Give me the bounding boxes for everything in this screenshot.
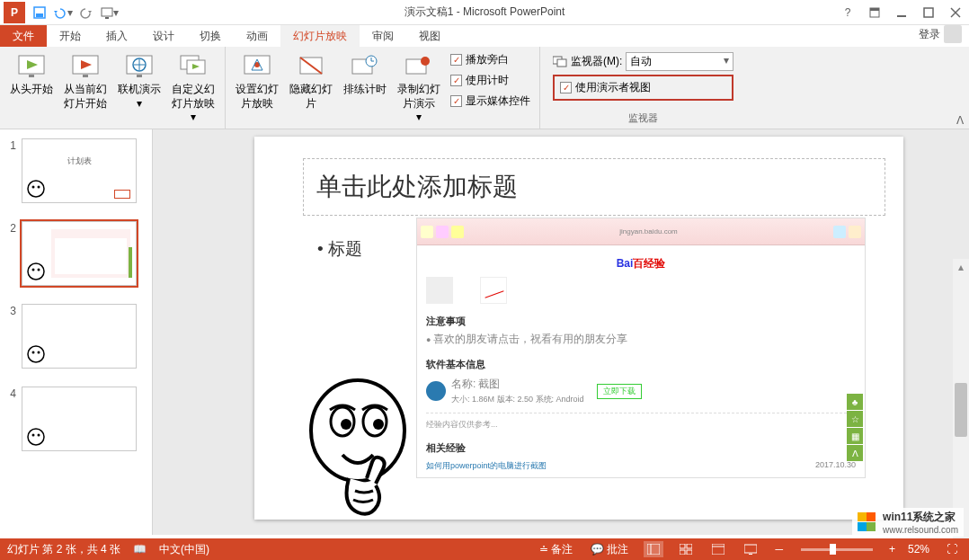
- browser-tool-icon: [833, 226, 846, 238]
- svg-rect-1: [36, 13, 43, 17]
- tab-home[interactable]: 开始: [47, 25, 93, 47]
- meme-face-icon: [26, 262, 46, 281]
- browser-tab-icon: [436, 226, 449, 238]
- browser-body: Bai百经验 注意事项 ● 喜欢的朋友请点击，祝看有用的朋友分享 软件基本信息 …: [417, 245, 865, 478]
- ribbon-options-icon[interactable]: [861, 0, 888, 25]
- zoom-slider[interactable]: [801, 548, 873, 551]
- spellcheck-icon[interactable]: 📖: [133, 543, 147, 556]
- embedded-browser-image[interactable]: jingyan.baidu.com Bai百经验 注意事项 ● 喜欢的朋友请点击…: [416, 218, 866, 478]
- slideshow-view-icon[interactable]: [741, 541, 760, 557]
- svg-point-47: [373, 419, 384, 430]
- slide-canvas[interactable]: 单击此处添加标题 标题 jingyan.baidu.com Bai百经验: [254, 137, 903, 520]
- login-label: 登录: [919, 27, 940, 42]
- comments-button[interactable]: 💬 批注: [588, 542, 631, 557]
- tab-slideshow[interactable]: 幻灯片放映: [280, 25, 360, 47]
- help-icon[interactable]: ?: [834, 0, 861, 25]
- language-indicator[interactable]: 中文(中国): [159, 542, 209, 557]
- slide-thumbnail[interactable]: 计划表: [22, 138, 137, 203]
- side-tab-icon: ☆: [847, 411, 863, 427]
- tab-transitions[interactable]: 切换: [187, 25, 234, 47]
- slide-thumbnails-panel[interactable]: 1 计划表 2 3 4: [0, 129, 153, 535]
- custom-slideshow-button[interactable]: 自定义幻灯片放映▾: [167, 49, 219, 129]
- tab-animations[interactable]: 动画: [234, 25, 280, 47]
- show-media-controls-checkbox[interactable]: ✓显示媒体控件: [447, 92, 534, 111]
- rehearse-timings-icon: [351, 52, 379, 81]
- svg-rect-11: [29, 75, 34, 77]
- scrollbar-thumb[interactable]: [955, 383, 967, 437]
- reading-view-icon[interactable]: [708, 541, 728, 557]
- record-slideshow-button[interactable]: 录制幻灯片演示▾: [393, 49, 445, 129]
- note-text: ● 喜欢的朋友请点击，祝看有用的朋友分享: [426, 332, 856, 347]
- redo-icon[interactable]: [76, 2, 97, 23]
- zoom-level[interactable]: 52%: [908, 543, 929, 556]
- setup-slideshow-button[interactable]: 设置幻灯片放映: [231, 49, 283, 114]
- svg-point-36: [38, 269, 40, 271]
- zoom-handle[interactable]: [830, 544, 836, 555]
- section-heading: 软件基本信息: [426, 358, 856, 371]
- slide-editor-area[interactable]: 单击此处添加标题 标题 jingyan.baidu.com Bai百经验: [153, 129, 969, 535]
- svg-point-31: [28, 181, 44, 197]
- monitor-select[interactable]: 自动: [626, 52, 733, 71]
- meme-face-icon: [26, 344, 46, 364]
- meme-face-image[interactable]: [299, 372, 425, 516]
- undo-icon[interactable]: ▾: [52, 2, 74, 23]
- checkbox-icon: ✓: [450, 95, 462, 107]
- from-current-icon: [71, 52, 100, 81]
- title-placeholder[interactable]: 单击此处添加标题: [303, 158, 885, 216]
- present-online-button[interactable]: 联机演示▾: [113, 49, 165, 114]
- svg-rect-7: [924, 8, 933, 17]
- tab-view[interactable]: 视图: [406, 25, 453, 47]
- from-beginning-button[interactable]: 从头开始: [5, 49, 58, 101]
- slide-thumbnail[interactable]: [22, 304, 137, 369]
- tab-file[interactable]: 文件: [0, 25, 47, 47]
- tab-review[interactable]: 审阅: [360, 25, 406, 47]
- slide-thumbnail[interactable]: [22, 221, 137, 286]
- slide-thumb-2[interactable]: 2: [0, 218, 152, 300]
- baidu-logo: Bai百经验: [426, 256, 856, 271]
- ribbon-group-monitors: 监视器(M): 自动 ✓使用演示者视图 监视器: [540, 47, 746, 129]
- use-timings-checkbox[interactable]: ✓使用计时: [447, 71, 534, 90]
- svg-point-39: [38, 351, 40, 354]
- side-tabs: ♣ ☆ ▦ ᐱ: [847, 393, 863, 461]
- side-tab-icon: ▦: [847, 428, 863, 444]
- slide-thumbnail[interactable]: [22, 387, 137, 451]
- slide-thumb-1[interactable]: 1 计划表: [0, 135, 152, 218]
- tab-insert[interactable]: 插入: [93, 25, 140, 47]
- section-heading: 注意事项: [426, 315, 856, 328]
- slideshow-qat-icon[interactable]: ▾: [99, 2, 120, 23]
- use-presenter-view-checkbox[interactable]: ✓使用演示者视图: [560, 80, 716, 95]
- side-tab-icon: ♣: [847, 394, 863, 410]
- slide-counter[interactable]: 幻灯片 第 2 张，共 4 张: [7, 542, 120, 557]
- meme-face-icon: [26, 427, 46, 447]
- svg-rect-2: [102, 8, 112, 16]
- collapse-ribbon-icon[interactable]: ᐱ: [956, 114, 964, 127]
- workspace: 1 计划表 2 3 4: [0, 129, 969, 535]
- window-title: 演示文稿1 - Microsoft PowerPoint: [404, 4, 565, 20]
- svg-point-43: [311, 380, 404, 481]
- svg-rect-5: [870, 8, 879, 11]
- title-placeholder-text: 单击此处添加标题: [316, 170, 518, 204]
- slide-thumb-3[interactable]: 3: [0, 300, 152, 383]
- sorter-view-icon[interactable]: [676, 541, 696, 557]
- slide-thumb-4[interactable]: 4: [0, 383, 152, 466]
- notes-button[interactable]: ≐ 备注: [537, 542, 575, 557]
- checkbox-icon: ✓: [560, 82, 572, 93]
- normal-view-icon[interactable]: [644, 541, 663, 557]
- play-narrations-checkbox[interactable]: ✓播放旁白: [447, 50, 534, 69]
- status-bar: 幻灯片 第 2 张，共 4 张 📖 中文(中国) ≐ 备注 💬 批注 ─ + 5…: [0, 538, 969, 560]
- content-bullet[interactable]: 标题: [317, 237, 362, 261]
- rehearse-timings-button[interactable]: 排练计时: [339, 49, 391, 101]
- title-bar: P ▾ ▾ 演示文稿1 - Microsoft PowerPoint ?: [0, 0, 969, 25]
- login-button[interactable]: 登录: [911, 22, 969, 47]
- svg-rect-3: [105, 17, 109, 19]
- svg-point-41: [32, 434, 35, 437]
- svg-rect-53: [687, 550, 692, 555]
- checkbox-icon: ✓: [450, 54, 462, 66]
- from-current-button[interactable]: 从当前幻灯片开始: [59, 49, 111, 114]
- hide-slide-button[interactable]: 隐藏幻灯片: [285, 49, 337, 114]
- tab-design[interactable]: 设计: [140, 25, 187, 47]
- quick-access-toolbar: ▾ ▾: [29, 2, 120, 23]
- save-icon[interactable]: [29, 2, 50, 23]
- svg-point-42: [38, 434, 40, 437]
- fit-to-window-icon[interactable]: ⛶: [942, 541, 962, 557]
